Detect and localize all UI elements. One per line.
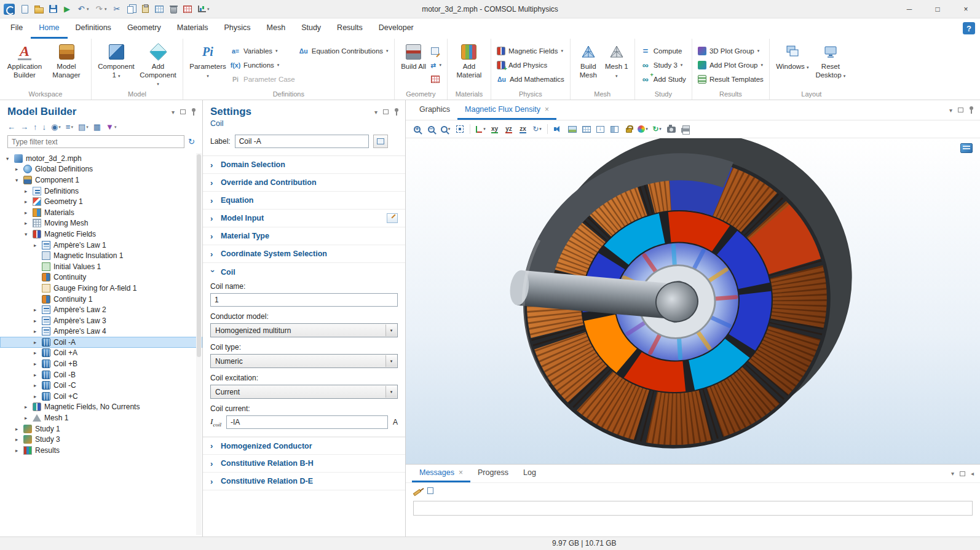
chevron-expanded-icon[interactable]: ▾ (25, 231, 33, 237)
study-3-button[interactable]: ∞ Study 3▾ (641, 59, 686, 71)
rename-button[interactable] (373, 135, 388, 148)
chevron-collapsed-icon[interactable]: ▸ (25, 415, 33, 421)
result-templates-button[interactable]: Result Templates (698, 73, 764, 85)
redo-button[interactable]: ↷ (92, 2, 106, 16)
add-material-button[interactable]: Add Material (453, 43, 485, 79)
section-override-and-contribution[interactable]: ›Override and Contribution (203, 174, 405, 192)
lock-axes-button[interactable] (622, 122, 635, 136)
chevron-collapsed-icon[interactable]: ▸ (34, 393, 42, 399)
node-filter-button[interactable]: ▼▾ (106, 122, 116, 132)
build-mesh-button[interactable]: Build Mesh (576, 43, 601, 79)
paste-button[interactable] (138, 2, 152, 16)
tree-item-coil-minus-c[interactable]: ▸Coil -C (0, 380, 202, 391)
tree-item-continuity-1[interactable]: Continuity 1 (0, 294, 202, 305)
add-component-button[interactable]: Add Component ▾ (139, 43, 177, 88)
move-down-button[interactable]: ↓ (42, 122, 47, 132)
coil-type-select[interactable]: Numeric ▾ (210, 354, 398, 368)
component-1-button[interactable]: Component 1 ▾ (97, 43, 135, 79)
tree-scrollbar-thumb[interactable] (197, 154, 201, 357)
tab-magnetic-flux-density[interactable]: Magnetic Flux Density× (457, 100, 556, 120)
move-up-button[interactable]: ↑ (33, 122, 38, 132)
tab-materials[interactable]: Materials (169, 18, 216, 39)
tree-item-magnetic-insulation-1[interactable]: Magnetic Insulation 1 (0, 250, 202, 261)
chevron-collapsed-icon[interactable]: ▸ (34, 307, 42, 313)
coil-excitation-select[interactable]: Current ▾ (210, 385, 398, 399)
application-builder-button[interactable]: A Application Builder (6, 43, 44, 79)
cad-sync-button[interactable]: ⇄▾ (431, 59, 441, 71)
chevron-collapsed-icon[interactable]: ▸ (25, 210, 33, 216)
tree-filter-input[interactable] (7, 135, 184, 148)
section-homogenized-conductor[interactable]: ›Homogenized Conductor (203, 437, 405, 455)
chevron-collapsed-icon[interactable]: ▸ (25, 220, 33, 226)
add-physics-button[interactable]: Add Physics (497, 59, 564, 71)
zoom-out-button[interactable]: − (425, 122, 438, 136)
scene-rotate-button[interactable]: ↻▾ (531, 122, 543, 136)
tab-developer[interactable]: Developer (371, 18, 422, 39)
coil-name-input[interactable] (210, 293, 398, 307)
tree-scrollbar[interactable] (196, 153, 202, 535)
forward-button[interactable]: → (20, 122, 28, 132)
maximize-button[interactable]: □ (923, 0, 952, 18)
plot-button[interactable] (195, 2, 208, 16)
update-button[interactable]: ↻▾ (650, 122, 663, 136)
refresh-icon[interactable]: ↻ (188, 137, 195, 146)
magnetic-fields-button[interactable]: Magnetic Fields▾ (497, 45, 564, 57)
save-button[interactable] (46, 2, 60, 16)
chevron-collapsed-icon[interactable]: ▸ (34, 382, 42, 388)
new-file-button[interactable] (18, 2, 31, 16)
panel-collapse-icon[interactable]: ▾ (951, 470, 954, 477)
tree-item-magnetic-fields-no-currents[interactable]: ▸Magnetic Fields, No Currents (0, 402, 202, 413)
add-mathematics-button[interactable]: Δu Add Mathematics (497, 73, 564, 85)
chevron-collapsed-icon[interactable]: ▸ (15, 166, 23, 172)
plot-settings-icon[interactable] (960, 143, 973, 153)
tree-item-continuity[interactable]: Continuity (0, 272, 202, 283)
equation-contributions-button[interactable]: Δu Equation Contributions▾ (299, 45, 389, 57)
duplicate-button[interactable] (152, 2, 166, 16)
tab-log[interactable]: Log (516, 465, 543, 482)
close-button[interactable]: × (952, 0, 980, 18)
panel-collapse-icon[interactable]: ▾ (949, 107, 952, 114)
tree-item-mesh-1[interactable]: ▸Mesh 1 (0, 412, 202, 423)
tree-item-global-definitions[interactable]: ▸Global Definitions (0, 164, 202, 175)
add-plot-group-button[interactable]: Add Plot Group▾ (698, 59, 764, 71)
image-button[interactable] (566, 122, 579, 136)
section-domain-selection[interactable]: ›Domain Selection (203, 156, 405, 174)
undo-button[interactable]: ↶ (74, 2, 88, 16)
collapse-left-icon[interactable]: ◂ (971, 470, 974, 477)
coil-current-input[interactable] (226, 415, 388, 429)
tree-item-moving-mesh[interactable]: ▸Moving Mesh (0, 218, 202, 229)
tree-item-results[interactable]: ▸Results (0, 445, 202, 456)
panel-collapse-icon[interactable]: ▾ (172, 109, 175, 116)
chevron-collapsed-icon[interactable]: ▸ (34, 339, 42, 345)
toolbar-overflow-icon[interactable]: ▾ (207, 7, 212, 12)
show-button[interactable]: ◉▾ (51, 122, 61, 132)
tab-graphics[interactable]: Graphics (412, 100, 457, 120)
section-constitutive-relation-de[interactable]: ›Constitutive Relation D-E (203, 473, 405, 490)
chevron-collapsed-icon[interactable]: ▸ (34, 328, 42, 334)
help-button[interactable]: ? (963, 22, 975, 34)
back-button[interactable]: ← (7, 122, 15, 132)
measure-button[interactable] (431, 73, 441, 85)
tree-item-amperes-law-4[interactable]: ▸Ampère's Law 4 (0, 326, 202, 337)
chevron-collapsed-icon[interactable]: ▸ (25, 404, 33, 410)
chevron-collapsed-icon[interactable]: ▸ (25, 198, 33, 205)
go-to-view-button[interactable]: ▾ (474, 122, 487, 136)
section-model-input[interactable]: ›Model Input (203, 210, 405, 227)
tree-item-root[interactable]: ▾motor_3d_2.mph (0, 153, 202, 164)
tab-file[interactable]: File (2, 18, 31, 39)
zoom-box-button[interactable]: ▾ (439, 122, 452, 136)
section-coil[interactable]: ›Coil (203, 263, 405, 281)
tree-item-amperes-law-3[interactable]: ▸Ampère's Law 3 (0, 315, 202, 326)
tab-home[interactable]: Home (31, 18, 67, 39)
variables-button[interactable]: a= Variables▾ (231, 45, 295, 57)
reset-desktop-button[interactable]: Reset Desktop ▾ (813, 43, 848, 79)
copy-messages-button[interactable] (427, 487, 433, 496)
edit-geometry-button[interactable] (431, 45, 441, 57)
redo-dropdown-icon[interactable]: ▾ (105, 7, 109, 12)
parameter-case-button[interactable]: Pi Parameter Case (231, 73, 295, 85)
chevron-collapsed-icon[interactable]: ▸ (34, 318, 42, 324)
tree-item-study-3[interactable]: ▸Study 3 (0, 434, 202, 445)
3d-plot-group-button[interactable]: 3D Plot Group▾ (698, 45, 764, 57)
close-tab-icon[interactable]: × (545, 105, 549, 114)
tab-progress[interactable]: Progress (470, 465, 516, 482)
